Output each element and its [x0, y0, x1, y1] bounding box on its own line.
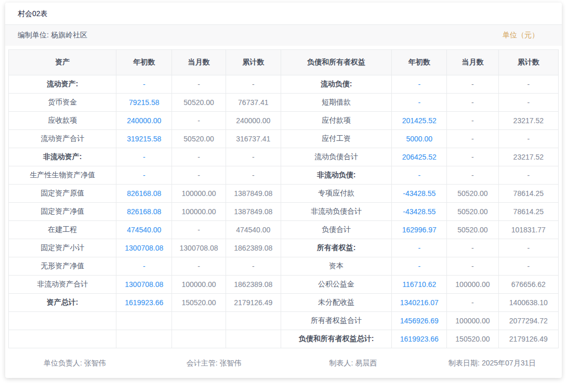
asset-initial[interactable]: 826168.08: [116, 203, 172, 221]
asset-total: -: [226, 166, 281, 185]
liability-initial[interactable]: 116710.62: [392, 276, 447, 294]
table-maker-label: 制表人:: [329, 359, 353, 367]
liability-total: 78614.25: [498, 203, 558, 221]
asset-label: 固定资产小计: [9, 239, 116, 257]
unit-responsible-label: 单位负责人:: [44, 359, 82, 367]
prepared-by: 编制单位:杨旗岭社区: [18, 31, 87, 40]
asset-month: -: [172, 166, 226, 185]
liability-label: 资本: [281, 257, 392, 276]
asset-label: 在建工程: [9, 221, 116, 239]
liability-label: 流动负债:: [281, 75, 392, 94]
liability-initial[interactable]: -: [392, 239, 447, 257]
liability-month: -: [447, 75, 498, 94]
prepared-by-value: 杨旗岭社区: [51, 31, 87, 39]
liability-initial[interactable]: -: [392, 257, 447, 276]
liability-initial[interactable]: 206425.52: [392, 148, 447, 166]
table-row: 所有者权益合计1456926.69100000.002077294.72: [9, 312, 559, 330]
asset-total: -: [226, 257, 281, 276]
col-header-asset-initial: 年初数: [116, 50, 172, 75]
asset-initial[interactable]: 1300708.08: [116, 239, 172, 257]
liability-initial[interactable]: -: [392, 94, 447, 112]
asset-month: 100000.00: [172, 203, 226, 221]
asset-initial[interactable]: 319215.58: [116, 130, 172, 148]
asset-initial[interactable]: 1300708.08: [116, 276, 172, 294]
asset-total: [226, 312, 281, 330]
asset-initial: [116, 312, 172, 330]
liability-initial[interactable]: 5000.00: [392, 130, 447, 148]
asset-label: 货币资金: [9, 94, 116, 112]
table-row: 固定资产净值826168.08100000.001387849.08非流动负债合…: [9, 203, 559, 221]
col-header-assets: 资产: [9, 50, 116, 75]
liability-initial[interactable]: -: [392, 166, 447, 185]
asset-total: -: [226, 148, 281, 166]
col-header-asset-month: 当月数: [172, 50, 226, 75]
liability-total: -: [498, 75, 558, 94]
liability-initial[interactable]: -: [392, 75, 447, 94]
liability-label: 所有者权益合计: [281, 312, 392, 330]
liability-initial[interactable]: 1456926.69: [392, 312, 447, 330]
asset-label: 固定资产原值: [9, 185, 116, 203]
liability-label: 负债和所有者权益总计:: [281, 330, 392, 348]
col-header-liabilities: 负债和所有者权益: [281, 50, 392, 75]
asset-total: 2179126.49: [226, 294, 281, 312]
liability-total: -: [498, 130, 558, 148]
liability-month: -: [447, 257, 498, 276]
liability-month: 100000.00: [447, 276, 498, 294]
asset-initial[interactable]: -: [116, 75, 172, 94]
liability-label: 流动负债合计: [281, 148, 392, 166]
asset-initial[interactable]: 240000.00: [116, 112, 172, 130]
asset-initial[interactable]: -: [116, 166, 172, 185]
liability-total: 23217.52: [498, 148, 558, 166]
report-code-title: 村会02表: [5, 3, 562, 25]
col-header-liability-total: 累计数: [498, 50, 558, 75]
liability-label: 应付款项: [281, 112, 392, 130]
liability-initial[interactable]: -43428.55: [392, 203, 447, 221]
asset-initial[interactable]: 474540.00: [116, 221, 172, 239]
asset-initial[interactable]: 79215.58: [116, 94, 172, 112]
asset-label: 生产性生物资产净值: [9, 166, 116, 185]
asset-total: -: [226, 75, 281, 94]
asset-month: 50520.00: [172, 130, 226, 148]
asset-month: -: [172, 75, 226, 94]
asset-total: 474540.00: [226, 221, 281, 239]
accounting-supervisor-value: 张智伟: [220, 359, 242, 367]
liability-total: 676656.62: [498, 276, 558, 294]
table-maker-value: 易晨西: [355, 359, 377, 367]
asset-month: -: [172, 148, 226, 166]
table-row: 流动资产:---流动负债:---: [9, 75, 559, 94]
asset-total: 316737.41: [226, 130, 281, 148]
table-row: 无形资产净值---资本---: [9, 257, 559, 276]
asset-total: 76737.41: [226, 94, 281, 112]
asset-total: 1387849.08: [226, 203, 281, 221]
liability-initial[interactable]: -43428.55: [392, 185, 447, 203]
liability-total: -: [498, 257, 558, 276]
liability-total: 101831.77: [498, 221, 558, 239]
signature-bar: 单位负责人:张智伟 会计主管:张智伟 制表人:易晨西 制表日期:2025年07月…: [5, 348, 562, 378]
liability-month: -: [447, 239, 498, 257]
table-row: 生产性生物资产净值---非流动负债:---: [9, 166, 559, 185]
liability-initial[interactable]: 1619923.66: [392, 330, 447, 348]
table-row: 负债和所有者权益总计:1619923.66150520.002179126.49: [9, 330, 559, 348]
table-row: 固定资产小计1300708.081300708.081862389.08所有者权…: [9, 239, 559, 257]
asset-initial[interactable]: -: [116, 148, 172, 166]
asset-label: 流动资产合计: [9, 130, 116, 148]
liability-label: 非流动负债:: [281, 166, 392, 185]
table-row: 非流动资产合计1300708.08100000.001862389.08公积公益…: [9, 276, 559, 294]
accounting-supervisor: 会计主管:张智伟: [144, 359, 284, 368]
asset-label: 固定资产净值: [9, 203, 116, 221]
asset-initial[interactable]: 1619923.66: [116, 294, 172, 312]
table-maker: 制表人:易晨西: [284, 359, 423, 368]
liability-initial[interactable]: 1340216.07: [392, 294, 447, 312]
liability-initial[interactable]: 162996.97: [392, 221, 447, 239]
liability-month: 50520.00: [447, 185, 498, 203]
asset-month: 100000.00: [172, 276, 226, 294]
asset-month: 100000.00: [172, 185, 226, 203]
asset-month: -: [172, 221, 226, 239]
asset-initial[interactable]: 826168.08: [116, 185, 172, 203]
asset-month: -: [172, 257, 226, 276]
asset-total: 1862389.08: [226, 239, 281, 257]
table-row: 非流动资产:---流动负债合计206425.52-23217.52: [9, 148, 559, 166]
asset-initial[interactable]: -: [116, 257, 172, 276]
liability-initial[interactable]: 201425.52: [392, 112, 447, 130]
asset-label: [9, 330, 116, 348]
